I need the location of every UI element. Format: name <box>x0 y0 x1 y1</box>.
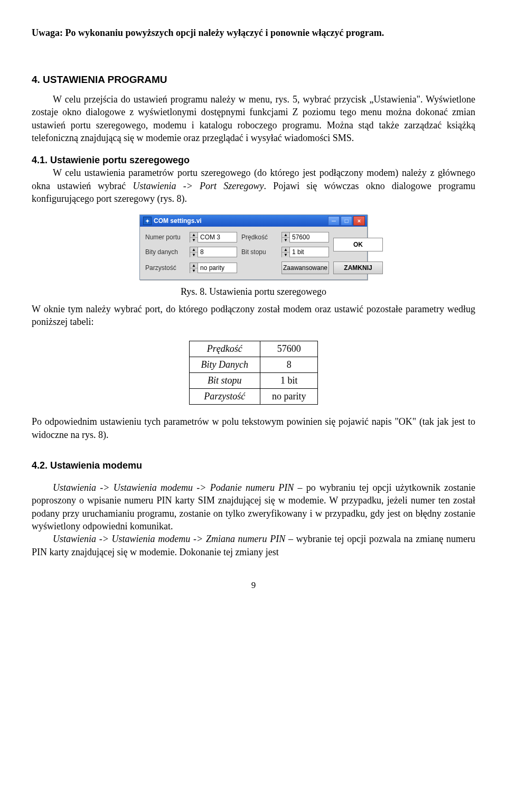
label-parity: Parzystość <box>145 264 185 272</box>
databits-spinbox[interactable]: ▲▼ 8 <box>190 247 237 257</box>
section-4-2-paragraph-2: Ustawienia -> Ustawienia modemu -> Zmian… <box>32 533 475 558</box>
param-value: 8 <box>260 357 318 373</box>
param-value: 57600 <box>260 341 318 357</box>
menu-path-text: Ustawienia -> Ustawienia modemu -> Podan… <box>53 482 294 493</box>
databits-value: 8 <box>198 247 237 257</box>
arrow-down-icon[interactable]: ▼ <box>190 253 198 257</box>
stopbit-value: 1 bit <box>289 247 329 257</box>
minimize-button[interactable]: ─ <box>328 216 340 226</box>
arrow-down-icon[interactable]: ▼ <box>190 238 198 242</box>
param-value: 1 bit <box>260 373 318 389</box>
arrow-down-icon[interactable]: ▼ <box>190 268 198 273</box>
param-name: Prędkość <box>189 341 260 357</box>
dialog-titlebar[interactable]: ✦ COM settings.vi ─ □ × <box>140 215 367 227</box>
figure-caption: Rys. 8. Ustawienia portu szeregowego <box>32 285 475 298</box>
parity-spinbox[interactable]: ▲▼ no parity <box>190 263 237 273</box>
arrow-up-icon[interactable]: ▲ <box>282 247 289 253</box>
stopbit-spinbox[interactable]: ▲▼ 1 bit <box>281 247 329 257</box>
param-name: Parzystość <box>189 389 260 405</box>
dialog-title: COM settings.vi <box>154 217 327 225</box>
arrow-down-icon[interactable]: ▼ <box>282 253 289 257</box>
parity-value: no parity <box>198 263 237 273</box>
section-4-2-paragraph-1: Ustawienia -> Ustawienia modemu -> Podan… <box>32 481 475 533</box>
status-display: OK <box>333 238 383 251</box>
section-4-1-paragraph-3: Po odpowiednim ustawieniu tych parametró… <box>32 415 475 441</box>
table-row: Prędkość57600 <box>189 341 318 357</box>
section-4-paragraph: W celu przejścia do ustawień programu na… <box>32 93 475 144</box>
param-value: no parity <box>260 389 318 405</box>
label-stopbit: Bit stopu <box>241 248 277 256</box>
table-row: Parzystośćno parity <box>189 389 318 405</box>
label-databits: Bity danych <box>145 248 185 256</box>
page-number: 9 <box>32 580 475 592</box>
section-4-1-paragraph-2: W oknie tym należy wybrać port, do które… <box>32 303 475 329</box>
menu-path-text: Ustawienia -> Ustawienia modemu -> Zmian… <box>53 534 285 544</box>
speed-spinbox[interactable]: ▲▼ 57600 <box>281 232 329 242</box>
arrow-up-icon[interactable]: ▲ <box>190 263 198 268</box>
parameters-table: Prędkość57600 Bity Danych8 Bit stopu1 bi… <box>189 341 318 405</box>
param-name: Bity Danych <box>189 357 260 373</box>
label-port: Numer portu <box>145 234 185 241</box>
maximize-button[interactable]: □ <box>341 216 352 226</box>
speed-value: 57600 <box>289 232 329 242</box>
arrow-up-icon[interactable]: ▲ <box>282 232 289 238</box>
arrow-down-icon[interactable]: ▼ <box>282 238 289 242</box>
zamknij-button[interactable]: ZAMKNIJ <box>333 262 383 274</box>
heading-4: 4. USTAWIENIA PROGRAMU <box>32 73 475 87</box>
table-row: Bit stopu1 bit <box>189 373 318 389</box>
notice-text: Uwaga: Po wykonaniu powyższych opcji nal… <box>32 26 475 39</box>
param-name: Bit stopu <box>189 373 260 389</box>
advanced-button[interactable]: Zaawansowane <box>281 262 329 274</box>
app-icon: ✦ <box>143 217 152 225</box>
menu-path-text: Ustawienia -> Port Szeregowy <box>133 181 264 191</box>
arrow-up-icon[interactable]: ▲ <box>190 247 198 253</box>
section-4-1-paragraph-1: W celu ustawienia parametrów portu szere… <box>32 166 475 205</box>
arrow-up-icon[interactable]: ▲ <box>190 232 198 238</box>
close-button[interactable]: × <box>353 216 365 226</box>
port-value: COM 3 <box>198 232 237 242</box>
port-spinbox[interactable]: ▲▼ COM 3 <box>190 232 237 242</box>
com-settings-dialog: ✦ COM settings.vi ─ □ × Numer portu ▲▼ C… <box>139 214 368 280</box>
heading-4-1: 4.1. Ustawienie portu szeregowego <box>32 154 475 166</box>
label-speed: Prędkość <box>241 234 277 241</box>
table-row: Bity Danych8 <box>189 357 318 373</box>
heading-4-2: 4.2. Ustawienia modemu <box>32 459 475 472</box>
